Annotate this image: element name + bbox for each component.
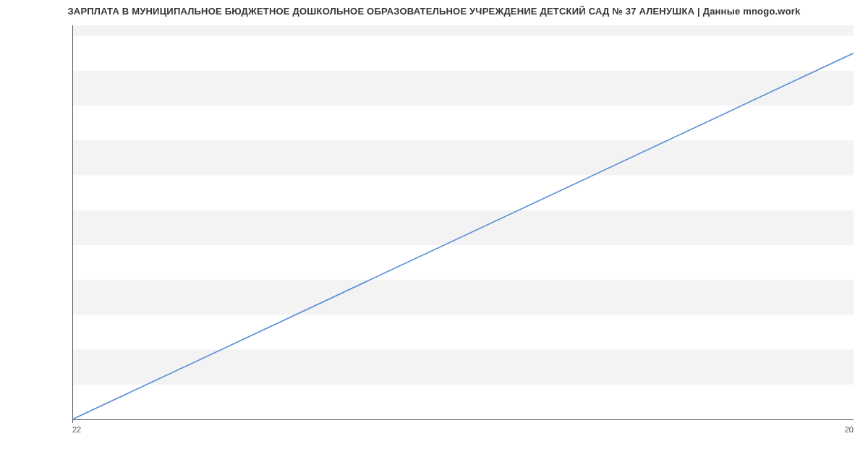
grid-band — [72, 210, 854, 245]
grid-band — [72, 71, 854, 106]
line-chart: ЗАРПЛАТА В МУНИЦИПАЛЬНОЕ БЮДЖЕТНОЕ ДОШКО… — [0, 0, 868, 470]
chart-title: ЗАРПЛАТА В МУНИЦИПАЛЬНОЕ БЮДЖЕТНОЕ ДОШКО… — [0, 6, 868, 17]
x-tick-label: 2024 — [845, 425, 854, 434]
plot-area: 1400014500150001550016000165001700017500… — [72, 25, 854, 437]
grid-band — [72, 25, 854, 35]
grid-band — [72, 350, 854, 385]
x-tick-label: 2022 — [72, 425, 81, 434]
chart-svg: 1400014500150001550016000165001700017500… — [72, 25, 854, 437]
grid-band — [72, 140, 854, 175]
grid-band — [72, 280, 854, 315]
